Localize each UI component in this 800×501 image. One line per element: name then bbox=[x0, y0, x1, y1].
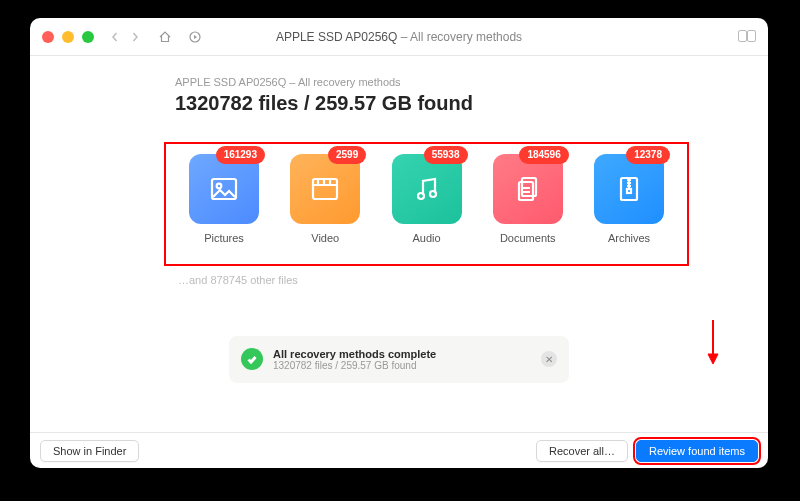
zoom-window-button[interactable] bbox=[82, 31, 94, 43]
documents-label: Documents bbox=[500, 232, 556, 244]
svg-rect-11 bbox=[627, 189, 631, 193]
pictures-label: Pictures bbox=[204, 232, 244, 244]
archives-tile: 12378 bbox=[594, 154, 664, 224]
pictures-tile: 161293 bbox=[189, 154, 259, 224]
view-toggle-button[interactable] bbox=[738, 28, 756, 46]
category-group-highlight: 161293 Pictures 2599 Video 55938 Audio bbox=[164, 142, 689, 266]
audio-count-badge: 55938 bbox=[424, 146, 468, 164]
category-audio[interactable]: 55938 Audio bbox=[381, 154, 473, 260]
svg-rect-2 bbox=[748, 30, 756, 41]
window-controls bbox=[42, 31, 94, 43]
review-found-items-button[interactable]: Review found items bbox=[636, 440, 758, 462]
back-button[interactable] bbox=[108, 30, 122, 44]
audio-tile: 55938 bbox=[392, 154, 462, 224]
recover-all-button[interactable]: Recover all… bbox=[536, 440, 628, 462]
status-text: All recovery methods complete 1320782 fi… bbox=[273, 348, 436, 371]
archives-label: Archives bbox=[608, 232, 650, 244]
dismiss-status-button[interactable]: ✕ bbox=[541, 351, 557, 367]
video-tile: 2599 bbox=[290, 154, 360, 224]
document-icon bbox=[511, 172, 545, 206]
status-title: All recovery methods complete bbox=[273, 348, 436, 360]
content-area: APPLE SSD AP0256Q – All recovery methods… bbox=[30, 56, 768, 432]
minimize-window-button[interactable] bbox=[62, 31, 74, 43]
category-documents[interactable]: 184596 Documents bbox=[482, 154, 574, 260]
archives-count-badge: 12378 bbox=[626, 146, 670, 164]
footer-bar: Show in Finder Recover all… Review found… bbox=[30, 432, 768, 468]
category-pictures[interactable]: 161293 Pictures bbox=[178, 154, 270, 260]
summary-headline: 1320782 files / 259.57 GB found bbox=[175, 92, 768, 115]
close-window-button[interactable] bbox=[42, 31, 54, 43]
video-count-badge: 2599 bbox=[328, 146, 366, 164]
status-banner: All recovery methods complete 1320782 fi… bbox=[229, 336, 569, 382]
show-in-finder-button[interactable]: Show in Finder bbox=[40, 440, 139, 462]
svg-rect-3 bbox=[212, 179, 236, 199]
svg-point-7 bbox=[430, 191, 436, 197]
home-button[interactable] bbox=[158, 30, 172, 44]
title-sub: All recovery methods bbox=[410, 30, 522, 44]
title-main: APPLE SSD AP0256Q bbox=[276, 30, 397, 44]
svg-rect-1 bbox=[739, 30, 747, 41]
pictures-count-badge: 161293 bbox=[216, 146, 265, 164]
status-subtitle: 1320782 files / 259.57 GB found bbox=[273, 360, 436, 371]
titlebar: APPLE SSD AP0256Q – All recovery methods bbox=[30, 18, 768, 56]
archive-icon bbox=[612, 172, 646, 206]
documents-count-badge: 184596 bbox=[519, 146, 568, 164]
other-files-note: …and 878745 other files bbox=[178, 274, 298, 286]
category-video[interactable]: 2599 Video bbox=[279, 154, 371, 260]
app-window: APPLE SSD AP0256Q – All recovery methods… bbox=[30, 18, 768, 468]
music-note-icon bbox=[410, 172, 444, 206]
category-archives[interactable]: 12378 Archives bbox=[583, 154, 675, 260]
breadcrumb: APPLE SSD AP0256Q – All recovery methods bbox=[175, 76, 768, 88]
nav-controls bbox=[108, 30, 202, 44]
rescan-button[interactable] bbox=[188, 30, 202, 44]
success-check-icon bbox=[241, 348, 263, 370]
forward-button[interactable] bbox=[128, 30, 142, 44]
svg-point-4 bbox=[217, 184, 222, 189]
annotation-arrow bbox=[706, 318, 720, 370]
audio-label: Audio bbox=[412, 232, 440, 244]
video-label: Video bbox=[311, 232, 339, 244]
documents-tile: 184596 bbox=[493, 154, 563, 224]
video-icon bbox=[308, 172, 342, 206]
picture-icon bbox=[207, 172, 241, 206]
svg-point-6 bbox=[418, 193, 424, 199]
